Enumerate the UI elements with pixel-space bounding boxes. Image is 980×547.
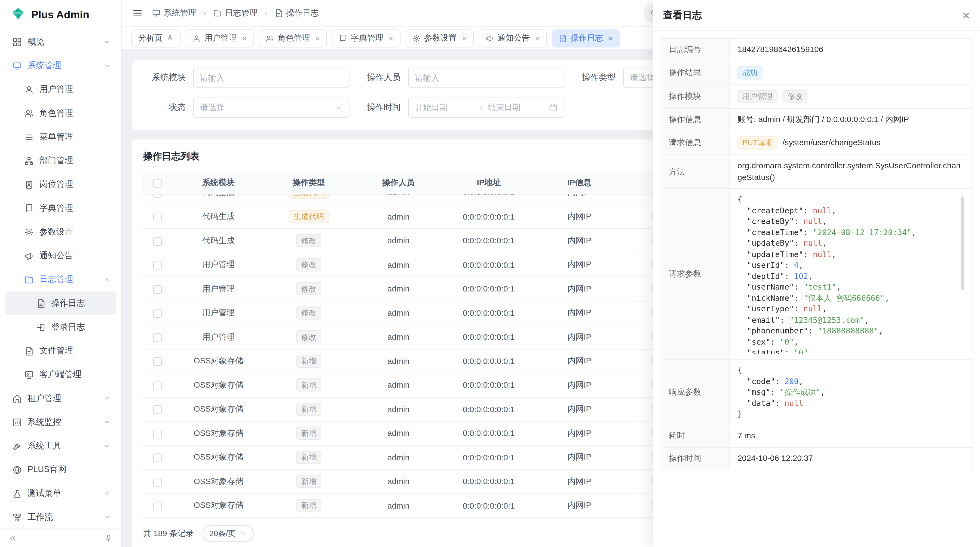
tab-active[interactable]: 操作日志×: [552, 29, 620, 48]
tab-item[interactable]: 参数设置×: [405, 29, 474, 48]
checkbox-cell: [142, 356, 173, 366]
operation-type-tag: 修改: [296, 306, 321, 319]
app-title: Plus Admin: [31, 9, 89, 21]
code-block[interactable]: { "code": 200, "msg": "操作成功", "data": nu…: [737, 365, 964, 419]
row-checkbox[interactable]: [153, 357, 162, 366]
sidebar-item[interactable]: 用户管理: [5, 78, 116, 101]
sidebar-item[interactable]: 登录日志: [5, 315, 116, 339]
row-checkbox[interactable]: [153, 237, 162, 246]
start-date-placeholder: 开始日期: [415, 102, 472, 113]
column-header: IP地址: [443, 177, 535, 188]
sidebar-item[interactable]: PLUS官网: [5, 458, 116, 482]
app-window: Plus Admin 概览系统管理用户管理角色管理菜单管理部门管理岗位管理字典管…: [0, 0, 980, 547]
tab-close-icon[interactable]: ×: [535, 34, 540, 43]
breadcrumb-item[interactable]: 系统管理: [152, 8, 196, 19]
sidebar-item-label: 岗位管理: [40, 179, 73, 190]
chevron-up-icon: [103, 62, 111, 69]
operation-type-cell: 生成代码: [264, 210, 354, 223]
tab-item[interactable]: 分析页: [131, 29, 180, 48]
sidebar-footer: [0, 528, 121, 547]
book-icon: [24, 204, 34, 213]
sidebar-item[interactable]: 租户管理: [5, 386, 116, 410]
sidebar-item[interactable]: 通知公告: [5, 244, 116, 268]
ip-info-cell: 内网IP: [535, 307, 624, 319]
checkbox-cell: [142, 195, 173, 197]
row-checkbox[interactable]: [153, 501, 162, 510]
hamburger-menu-icon[interactable]: [132, 8, 143, 19]
sidebar-item-label: 客户端管理: [40, 369, 82, 380]
sidebar-item[interactable]: 客户端管理: [5, 363, 116, 386]
pin-sidebar-icon[interactable]: [104, 534, 113, 542]
text-input[interactable]: [200, 73, 342, 82]
sidebar-item[interactable]: 系统监控: [5, 410, 116, 434]
sidebar-item[interactable]: 日志管理: [5, 268, 116, 292]
code-block[interactable]: { "createDept": null, "createBy": null, …: [737, 194, 964, 354]
drawer-field: 日志编号1842781986426159106: [661, 39, 972, 61]
checkbox-cell: [142, 284, 173, 293]
page-size-select[interactable]: 20条/页: [202, 525, 254, 542]
select-all-checkbox[interactable]: [153, 179, 162, 187]
tab-close-icon[interactable]: ×: [388, 34, 394, 43]
drawer-header: 查看日志 ×: [653, 0, 980, 30]
sidebar-item[interactable]: 角色管理: [5, 101, 116, 125]
ip-info-cell: 内网IP: [535, 211, 624, 222]
sidebar-item[interactable]: 工作流: [5, 506, 116, 528]
field-label: 日志编号: [661, 39, 730, 61]
tab-item[interactable]: 字典管理×: [332, 29, 401, 48]
drawer-title: 查看日志: [663, 8, 702, 22]
breadcrumb-item[interactable]: 操作日志: [274, 8, 319, 19]
filter-daterange[interactable]: 开始日期结束日期: [408, 97, 564, 117]
drawer-field: 请求参数{ "createDept": null, "createBy": nu…: [661, 189, 972, 360]
tab-label: 参数设置: [424, 32, 457, 44]
grid-icon: [13, 37, 22, 46]
sidebar-item[interactable]: 参数设置: [5, 220, 116, 244]
chevron-down-icon: [103, 38, 111, 46]
close-icon[interactable]: ×: [962, 8, 970, 22]
sidebar-item[interactable]: 系统管理: [5, 54, 116, 77]
filter-field: 操作人员: [363, 67, 564, 88]
sidebar-item[interactable]: 概览: [5, 30, 116, 54]
row-checkbox[interactable]: [153, 454, 162, 462]
row-checkbox[interactable]: [153, 478, 162, 486]
text-input[interactable]: [415, 73, 557, 82]
row-checkbox[interactable]: [153, 333, 162, 342]
sidebar-item[interactable]: 菜单管理: [5, 125, 116, 149]
tab-close-icon[interactable]: ×: [315, 34, 320, 43]
sidebar-item[interactable]: 操作日志: [5, 292, 116, 315]
tab-close-icon[interactable]: ×: [242, 34, 247, 43]
module-cell: OSS对象存储: [173, 476, 264, 487]
drawer-field: 请求信息PUT请求/system/user/changeStatus: [661, 131, 972, 155]
tab-item[interactable]: 用户管理×: [186, 29, 254, 48]
tab-close-icon[interactable]: ×: [608, 34, 613, 43]
filter-input[interactable]: [193, 67, 349, 88]
filter-input[interactable]: [408, 67, 564, 88]
row-checkbox[interactable]: [153, 285, 162, 293]
collapse-sidebar-icon[interactable]: [9, 534, 17, 542]
scrollbar-thumb[interactable]: [961, 197, 964, 290]
operation-type-tag: 修改: [296, 330, 321, 343]
field-label: 方法: [661, 155, 730, 188]
row-checkbox[interactable]: [153, 429, 162, 438]
tab-close-icon[interactable]: ×: [462, 34, 467, 43]
breadcrumb-item[interactable]: 日志管理: [213, 8, 258, 19]
filter-select[interactable]: 请选择: [193, 97, 349, 117]
row-checkbox[interactable]: [153, 405, 162, 414]
filter-field: 状态请选择: [148, 97, 349, 117]
app-logo[interactable]: Plus Admin: [0, 0, 121, 30]
sidebar-item[interactable]: 系统工具: [5, 434, 116, 458]
field-value: org.dromara.system.controller.system.Sys…: [730, 155, 972, 188]
sidebar-item[interactable]: 部门管理: [5, 149, 116, 172]
login-icon: [36, 322, 45, 332]
tab-item[interactable]: 角色管理×: [259, 29, 327, 48]
tab-item[interactable]: 通知公告×: [479, 29, 547, 48]
row-checkbox[interactable]: [153, 213, 162, 222]
row-checkbox[interactable]: [153, 381, 162, 390]
sidebar-item[interactable]: 测试菜单: [5, 482, 116, 506]
sidebar-item[interactable]: 文件管理: [5, 339, 116, 363]
row-checkbox[interactable]: [153, 309, 162, 317]
row-checkbox[interactable]: [153, 195, 162, 197]
sidebar: Plus Admin 概览系统管理用户管理角色管理菜单管理部门管理岗位管理字典管…: [0, 0, 122, 547]
row-checkbox[interactable]: [153, 261, 162, 270]
sidebar-item[interactable]: 岗位管理: [5, 173, 116, 196]
sidebar-item[interactable]: 字典管理: [5, 196, 116, 220]
